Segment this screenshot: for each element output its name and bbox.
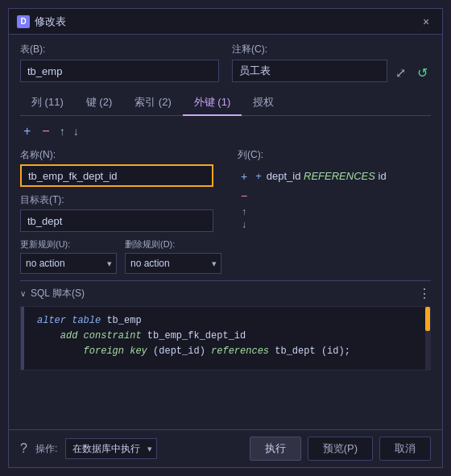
fk-content: 名称(N): 目标表(T): 更新规则(U): no action [20, 148, 431, 274]
fk-toolbar: + − ↑ ↓ [20, 122, 431, 140]
fk-target-row: 目标表(T): [20, 193, 230, 232]
fk-name-input[interactable] [20, 164, 213, 187]
fk-target-input[interactable] [20, 209, 213, 232]
sql-code-block: alter table tb_emp add constraint tb_emp… [20, 306, 431, 370]
comment-row: ⤢ ↺ [232, 60, 431, 82]
update-rule-group: 更新规则(U): no action cascade set null set … [20, 238, 117, 274]
move-up-button[interactable]: ↑ [58, 122, 67, 140]
col-header-row: 列(C): [238, 148, 431, 165]
exec-select[interactable]: 在数据库中执行 生成SQL文件 复制到剪贴板 [65, 438, 157, 459]
col-ref-text: dept_id REFERENCES id [267, 170, 387, 182]
cancel-button[interactable]: 取消 [379, 437, 431, 461]
title-bar: D 修改表 × [9, 9, 442, 35]
chevron-icon: ∨ [20, 289, 26, 298]
fk-name-row: 名称(N): [20, 148, 230, 187]
expand-comment-button[interactable]: ⤢ [392, 64, 409, 82]
col-entry: + dept_id REFERENCES id [255, 168, 431, 184]
sql-lines: alter table tb_emp add constraint tb_emp… [37, 313, 420, 360]
update-rule-label: 更新规则(U): [20, 238, 117, 250]
refresh-comment-button[interactable]: ↺ [414, 64, 431, 82]
run-button[interactable]: 执行 [250, 437, 301, 461]
col-up-button[interactable]: ↑ [238, 207, 250, 217]
update-rule-select[interactable]: no action cascade set null set default r… [20, 253, 117, 274]
delete-rule-select-wrapper: no action cascade set null set default r… [125, 253, 221, 274]
add-col-button[interactable]: + [238, 168, 250, 184]
exec-select-wrapper: 在数据库中执行 生成SQL文件 复制到剪贴板 [65, 438, 157, 459]
close-button[interactable]: × [418, 14, 434, 30]
table-name-input[interactable] [20, 60, 219, 82]
modify-table-dialog: D 修改表 × 表(B): 注释(C): ⤢ ↺ 列 (11) [8, 8, 443, 468]
delete-rule-group: 删除规则(D): no action cascade set null set … [125, 238, 221, 274]
sql-scroll-thumb [425, 307, 430, 331]
sql-left-bar [21, 307, 24, 370]
sql-scrollbar[interactable] [425, 307, 430, 370]
remove-col-button[interactable]: − [238, 188, 250, 204]
fk-target-label: 目标表(T): [20, 193, 230, 207]
comment-group: 注释(C): ⤢ ↺ [232, 43, 431, 82]
help-icon[interactable]: ? [20, 441, 27, 456]
dialog-footer: ? 操作: 在数据库中执行 生成SQL文件 复制到剪贴板 执行 预览(P) 取消 [9, 429, 442, 467]
remove-fk-button[interactable]: − [39, 122, 52, 140]
table-name-label: 表(B): [20, 43, 219, 56]
delete-rule-select[interactable]: no action cascade set null set default r… [125, 253, 221, 274]
sql-section: ∨ SQL 脚本(S) ⋮ alter table tb_emp add con… [20, 280, 431, 370]
comment-label: 注释(C): [232, 43, 431, 56]
comment-input[interactable] [232, 60, 387, 82]
sql-line-3: foreign key (dept_id) references tb_dept… [37, 344, 420, 359]
col-list: + dept_id REFERENCES id [255, 168, 431, 184]
table-name-group: 表(B): [20, 43, 219, 82]
tab-foreign-keys[interactable]: 外键 (1) [183, 90, 242, 116]
sql-section-label: SQL 脚本(S) [31, 287, 85, 300]
exec-label: 操作: [35, 442, 57, 456]
tab-keys[interactable]: 键 (2) [75, 90, 124, 116]
delete-rule-label: 删除规则(D): [125, 238, 221, 250]
col-content: + − ↑ ↓ + dept_id REFERENCES id [238, 168, 431, 230]
tab-columns[interactable]: 列 (11) [20, 90, 75, 116]
sql-header[interactable]: ∨ SQL 脚本(S) ⋮ [20, 286, 431, 301]
fk-left-col: 名称(N): 目标表(T): 更新规则(U): no action [20, 148, 230, 274]
dialog-body: 表(B): 注释(C): ⤢ ↺ 列 (11) 键 (2) 索引 (2) 外键 … [9, 35, 442, 429]
move-down-button[interactable]: ↓ [72, 122, 81, 140]
col-buttons: + − ↑ ↓ [238, 168, 250, 230]
tabs-bar: 列 (11) 键 (2) 索引 (2) 外键 (1) 授权 [20, 90, 431, 116]
top-row: 表(B): 注释(C): ⤢ ↺ [20, 43, 431, 82]
fk-rules-row: 更新规则(U): no action cascade set null set … [20, 238, 230, 274]
col-down-button[interactable]: ↓ [238, 220, 250, 230]
tab-grants[interactable]: 授权 [242, 90, 285, 116]
footer-right: 执行 预览(P) 取消 [250, 437, 431, 461]
sql-line-1: alter table tb_emp [37, 313, 420, 329]
update-rule-select-wrapper: no action cascade set null set default r… [20, 253, 117, 274]
col-plus-icon: + [255, 170, 262, 182]
add-fk-button[interactable]: + [20, 122, 34, 140]
dialog-title: 修改表 [35, 14, 66, 29]
sql-line-2: add constraint tb_emp_fk_dept_id [37, 329, 420, 344]
app-icon: D [17, 15, 30, 28]
col-label: 列(C): [238, 148, 263, 162]
title-bar-left: D 修改表 [17, 14, 66, 29]
fk-right-col: 列(C): + − ↑ ↓ + dept_id REFERENCES id [238, 148, 431, 230]
preview-button[interactable]: 预览(P) [308, 437, 373, 461]
footer-left: ? 操作: 在数据库中执行 生成SQL文件 复制到剪贴板 [20, 438, 157, 459]
tab-indexes[interactable]: 索引 (2) [123, 90, 183, 116]
fk-name-label: 名称(N): [20, 148, 230, 162]
sql-header-left: ∨ SQL 脚本(S) [20, 287, 85, 300]
sql-options-button[interactable]: ⋮ [418, 286, 431, 301]
